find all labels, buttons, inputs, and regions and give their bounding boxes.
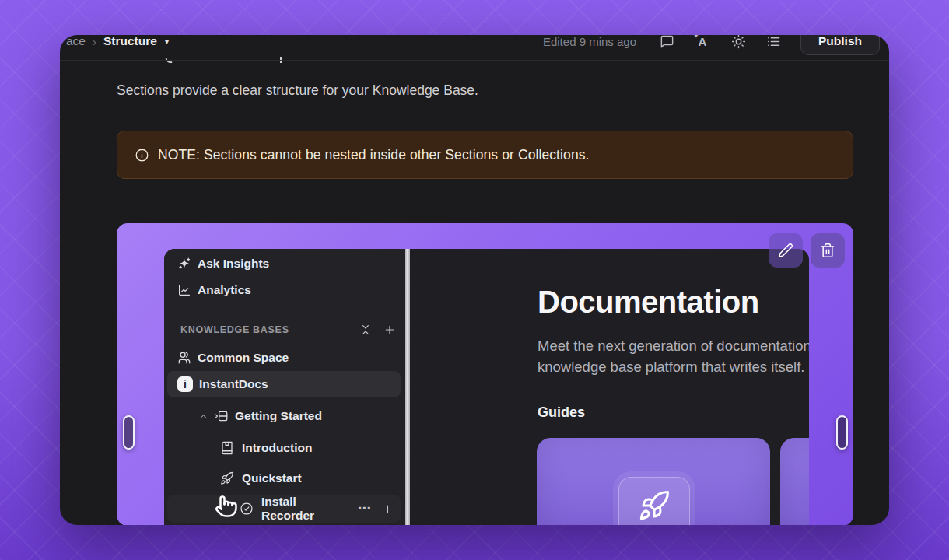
note-text: NOTE: Sections cannot be nested inside o… [158,147,590,163]
line-chart-icon [177,283,191,297]
more-options-icon[interactable]: ⋯ [358,505,372,513]
sidebar-item-getting-started[interactable]: Getting Started [167,403,401,429]
add-page-icon[interactable] [382,503,394,515]
comment-icon[interactable] [659,35,674,49]
sidebar-item-analytics[interactable]: Analytics [167,277,401,303]
sidebar-resize-handle[interactable] [405,249,410,525]
instantdocs-app-icon: i [177,376,193,392]
guide-card[interactable] [537,438,770,525]
embed-subtitle: Meet the next generation of documentatio… [538,336,809,377]
rocket-icon [220,471,234,485]
sparkles-icon [177,257,191,271]
toolbar-actions: Edited 9 mins ago ✦A Publish [543,35,880,55]
users-icon [177,351,191,365]
pencil-icon [778,243,793,258]
sidebar-item-label: Analytics [198,283,251,297]
note-callout: NOTE: Sections cannot be nested inside o… [117,131,853,179]
chevron-down-icon[interactable]: ▾ [165,37,169,46]
collapse-all-icon[interactable] [359,324,372,336]
sidebar-item-instantdocs[interactable]: i InstantDocs [167,371,401,397]
editor-window: ace › Structure ▾ Edited 9 mins ago ✦A P… [60,35,889,525]
publish-button[interactable]: Publish [800,35,880,55]
breadcrumb: ace › Structure ▾ [66,35,169,48]
sidebar-item-common-space[interactable]: Common Space [167,345,401,371]
delete-image-button[interactable] [811,233,845,268]
edit-image-button[interactable] [769,233,803,268]
embed-sidebar: Ask Insights Analytics KNOWLEDGE BASES [164,249,405,525]
desktop-background: { "toolbar": { "breadcrumb_parent": "ace… [0,0,949,560]
embed-page-title: Documentation [538,285,759,320]
section-header-label: KNOWLEDGE BASES [180,324,289,335]
sidebar-item-label: Quickstart [242,471,302,485]
sun-icon[interactable] [730,35,746,49]
book-icon [220,441,234,455]
image-block[interactable]: Ask Insights Analytics KNOWLEDGE BASES [117,223,853,525]
breadcrumb-parent[interactable]: ace [66,35,86,48]
sidebar-item-install-recorder[interactable]: Install Recorder ⋯ [167,495,401,523]
image-block-actions [769,233,845,268]
sidebar-item-quickstart[interactable]: Quickstart [167,465,401,492]
sidebar-item-label: Getting Started [235,409,322,423]
edited-status: Edited 9 mins ago [543,35,636,48]
guide-card[interactable] [780,438,809,525]
circle-check-icon [240,502,254,516]
list-icon[interactable] [765,35,781,49]
sidebar-item-label: Install Recorder [261,495,350,523]
trash-icon [820,243,835,258]
embedded-screenshot: Ask Insights Analytics KNOWLEDGE BASES [164,249,809,525]
add-knowledge-base-icon[interactable] [383,324,396,336]
knowledge-bases-header: KNOWLEDGE BASES [167,317,401,342]
sidebar-item-label: Introduction [242,441,312,455]
breadcrumb-separator-icon: › [93,35,96,48]
sidebar-item-label: Common Space [198,351,289,365]
guide-card-tile [618,477,690,525]
rocket-icon [638,489,671,522]
breadcrumb-current-page[interactable]: Structure [103,35,157,48]
resize-handle-right[interactable] [836,415,848,450]
resize-handle-left[interactable] [123,415,135,450]
sidebar-item-label: InstantDocs [199,377,268,391]
guides-heading: Guides [538,404,585,421]
chevron-up-icon[interactable] [198,411,208,422]
section-icon [215,409,229,423]
intro-paragraph: Sections provide a clear structure for y… [117,81,478,100]
ai-text-icon[interactable]: ✦A [694,35,711,49]
sidebar-item-ask-insights[interactable]: Ask Insights [167,250,401,277]
sidebar-item-label: Ask Insights [198,257,269,271]
sidebar-item-introduction[interactable]: Introduction [167,435,401,461]
info-icon [135,148,149,163]
editor-toolbar: ace › Structure ▾ Edited 9 mins ago ✦A P… [60,35,889,61]
